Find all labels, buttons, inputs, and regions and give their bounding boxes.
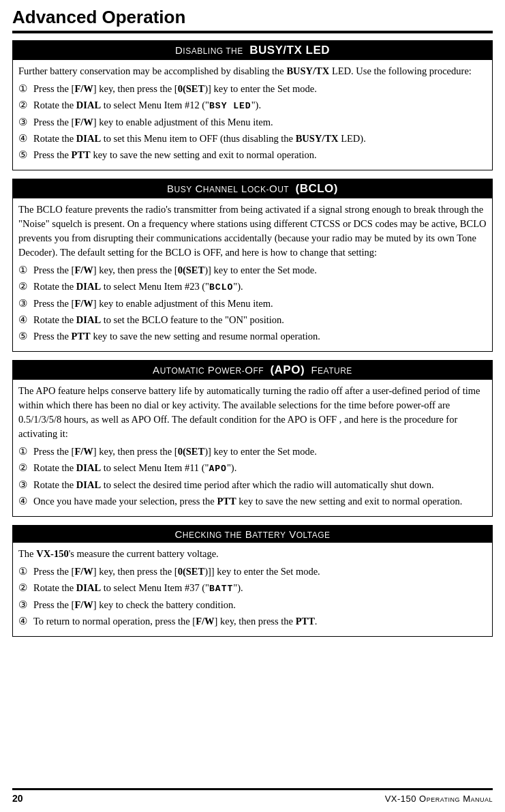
step-number: ② [18,280,33,294]
footer-manual-title: VX-150 Operating Manual [385,794,493,804]
section-header-main-bclo: (BCLO) [295,182,337,195]
step-item: ③ Press the [F/W] key to enable adjustme… [18,297,487,311]
step-number: ③ [18,297,33,311]
step-item: ① Press the [F/W] key, then press the [0… [18,445,487,459]
section-apo: AUTOMATIC POWER-OFF (APO) FEATURE The AP… [12,360,493,517]
footer-page-number: 20 [12,793,23,804]
step-item: ④ Once you have made your selection, pre… [18,494,487,509]
section-header-checking: CHECKING THE BATTERY VOLTAGE [174,528,330,540]
step-text: Rotate the DIAL to set this Menu item to… [33,132,487,146]
section-battery: CHECKING THE BATTERY VOLTAGE The VX-150'… [12,525,493,637]
step-number: ② [18,581,33,595]
section-header-feature-apo: FEATURE [311,364,352,376]
step-text: To return to normal operation, press the… [33,614,487,629]
step-number: ② [18,461,33,475]
step-item: ③ Press the [F/W] key to check the batte… [18,598,487,612]
step-number: ⑤ [18,148,33,162]
step-number: ② [18,98,33,112]
title-rule-thick [12,31,493,33]
step-item: ② Rotate the DIAL to select Menu Item #1… [18,461,487,476]
step-text: Press the [F/W] key, then press the [0(S… [33,565,487,579]
step-item: ① Press the [F/W] key, then press the [0… [18,263,487,277]
step-text: Press the [F/W] key to enable adjustment… [33,297,487,311]
step-number: ③ [18,115,33,130]
section-body-busy-tx-led: Further battery conservation may be acco… [13,60,492,170]
step-item: ② Rotate the DIAL to select Menu Item #1… [18,98,487,113]
steps-bclo: ① Press the [F/W] key, then press the [0… [18,263,487,344]
step-text: Press the [F/W] key, then press the [0(S… [33,445,487,459]
section-body-battery: The VX-150's measure the current battery… [13,543,492,636]
step-item: ② Rotate the DIAL to select Menu Item #2… [18,280,487,295]
section-header-bclo: BUSY CHANNEL LOCK-OUT (BCLO) [13,179,492,198]
step-number: ① [18,565,33,579]
steps-busy-tx-led: ① Press the [F/W] key, then press the [0… [18,82,487,162]
step-item: ⑤ Press the PTT key to save the new sett… [18,329,487,344]
step-text: Rotate the DIAL to select Menu Item #11 … [33,461,487,476]
section-header-apo: AUTOMATIC POWER-OFF (APO) FEATURE [13,361,492,380]
step-number: ④ [18,494,33,509]
section-header-main: BUSY/TX LED [249,44,330,57]
section-header-battery: CHECKING THE BATTERY VOLTAGE [13,526,492,543]
section-header-prefix-apo: AUTOMATIC POWER-OFF [153,364,264,376]
step-text: Press the PTT key to save the new settin… [33,329,487,344]
section-bclo: BUSY CHANNEL LOCK-OUT (BCLO) The BCLO fe… [12,179,493,352]
intro-busy-tx-led: Further battery conservation may be acco… [18,64,487,78]
step-number: ③ [18,478,33,492]
step-text: Press the [F/W] key, then press the [0(S… [33,263,487,277]
steps-battery: ① Press the [F/W] key, then press the [0… [18,565,487,629]
step-number: ③ [18,598,33,612]
step-item: ① Press the [F/W] key, then press the [0… [18,82,487,96]
intro-battery: The VX-150's measure the current battery… [18,547,487,561]
step-item: ⑤ Press the PTT key to save the new sett… [18,148,487,162]
step-number: ① [18,263,33,277]
step-text: Rotate the DIAL to select the desired ti… [33,478,487,492]
step-item: ④ Rotate the DIAL to set this Menu item … [18,132,487,146]
section-busy-tx-led: DISABLING THE BUSY/TX LED Further batter… [12,40,493,170]
step-text: Press the PTT key to save the new settin… [33,148,487,162]
step-text: Once you have made your selection, press… [33,494,487,509]
step-text: Rotate the DIAL to select Menu Item #23 … [33,280,487,295]
section-header-busy-tx-led: DISABLING THE BUSY/TX LED [13,41,492,60]
step-text: Press the [F/W] key to enable adjustment… [33,115,487,130]
step-number: ⑤ [18,329,33,344]
step-text: Press the [F/W] key, then press the [0(S… [33,82,487,96]
section-header-main-apo: (APO) [270,363,305,376]
step-item: ③ Rotate the DIAL to select the desired … [18,478,487,492]
steps-apo: ① Press the [F/W] key, then press the [0… [18,445,487,509]
step-number: ① [18,445,33,459]
section-header-prefix: DISABLING THE [175,44,243,56]
section-body-bclo: The BCLO feature prevents the radio's tr… [13,198,492,351]
step-number: ① [18,82,33,96]
step-item: ④ To return to normal operation, press t… [18,614,487,629]
page-title: Advanced Operation [12,7,493,28]
footer-bar: 20 VX-150 Operating Manual [12,788,493,804]
step-item: ④ Rotate the DIAL to set the BCLO featur… [18,313,487,327]
step-number: ④ [18,313,33,327]
step-number: ④ [18,614,33,629]
step-text: Rotate the DIAL to set the BCLO feature … [33,313,487,327]
section-body-apo: The APO feature helps conserve battery l… [13,380,492,516]
step-item: ① Press the [F/W] key, then press the [0… [18,565,487,579]
step-item: ③ Press the [F/W] key to enable adjustme… [18,115,487,130]
step-text: Rotate the DIAL to select Menu Item #12 … [33,98,487,113]
intro-bclo: The BCLO feature prevents the radio's tr… [18,202,487,260]
section-header-prefix-bclo: BUSY CHANNEL LOCK-OUT [167,183,289,194]
step-text: Rotate the DIAL to select Menu Item #37 … [33,581,487,596]
step-item: ② Rotate the DIAL to select Menu Item #3… [18,581,487,596]
step-text: Press the [F/W] key to check the battery… [33,598,487,612]
intro-apo: The APO feature helps conserve battery l… [18,384,487,441]
step-number: ④ [18,132,33,146]
